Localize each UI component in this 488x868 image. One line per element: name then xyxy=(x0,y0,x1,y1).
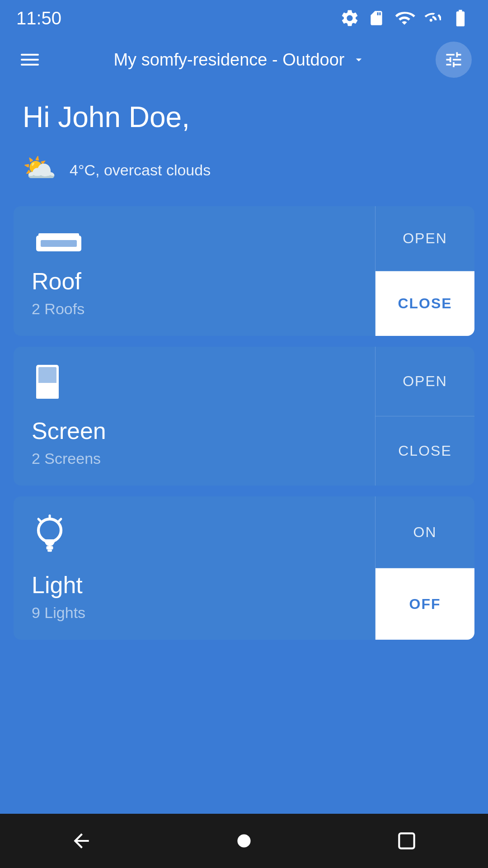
light-off-button[interactable]: OFF xyxy=(375,568,474,640)
back-icon xyxy=(70,830,93,852)
light-card: Light 9 Lights ON OFF xyxy=(14,496,474,640)
recents-button[interactable] xyxy=(386,821,427,861)
recents-icon xyxy=(395,830,418,852)
back-button[interactable] xyxy=(61,821,102,861)
home-icon xyxy=(233,830,255,852)
home-button[interactable] xyxy=(224,821,264,861)
light-icon-wrap xyxy=(32,514,357,561)
roof-count: 2 Roofs xyxy=(32,300,357,318)
header-title: My somfy-residence - Outdoor xyxy=(113,50,344,70)
svg-rect-8 xyxy=(47,550,52,552)
svg-rect-2 xyxy=(38,233,79,238)
header: My somfy-residence - Outdoor xyxy=(0,33,488,87)
signal-icon xyxy=(424,8,441,28)
svg-point-6 xyxy=(38,519,61,542)
screen-icon xyxy=(32,365,63,406)
settings-status-icon xyxy=(340,8,360,28)
status-time: 11:50 xyxy=(16,8,61,28)
svg-line-11 xyxy=(59,519,61,521)
svg-rect-5 xyxy=(36,383,59,399)
battery-icon xyxy=(449,8,472,28)
main-content: Roof 2 Roofs OPEN CLOSE Screen 2 Screens… xyxy=(0,206,488,814)
roof-name: Roof xyxy=(32,268,357,295)
roof-card: Roof 2 Roofs OPEN CLOSE xyxy=(14,206,474,336)
sdcard-icon xyxy=(368,8,385,28)
screen-name: Screen xyxy=(32,417,357,444)
chevron-down-icon[interactable] xyxy=(352,53,366,66)
screen-count: 2 Screens xyxy=(32,450,357,467)
light-on-button[interactable]: ON xyxy=(375,496,474,568)
hamburger-line xyxy=(21,54,39,56)
screen-open-button[interactable]: OPEN xyxy=(375,347,474,416)
svg-rect-13 xyxy=(399,833,414,848)
svg-line-10 xyxy=(38,519,41,521)
roof-icon xyxy=(32,224,86,256)
svg-rect-1 xyxy=(41,240,77,247)
screen-close-button[interactable]: CLOSE xyxy=(375,416,474,486)
light-device-info: Light 9 Lights xyxy=(14,496,375,640)
light-actions: ON OFF xyxy=(375,496,474,640)
weather-section: 4°C, overcast clouds xyxy=(0,143,488,206)
light-icon xyxy=(32,514,68,560)
svg-point-12 xyxy=(237,834,250,847)
menu-button[interactable] xyxy=(16,49,43,70)
light-name: Light xyxy=(32,571,357,599)
status-bar: 11:50 xyxy=(0,0,488,33)
roof-device-info: Roof 2 Roofs xyxy=(14,206,375,336)
greeting-text: Hi John Doe, xyxy=(23,101,190,133)
hamburger-line xyxy=(21,64,39,66)
roof-actions: OPEN CLOSE xyxy=(375,206,474,336)
weather-icon xyxy=(23,152,59,188)
navigation-bar xyxy=(0,814,488,868)
hamburger-line xyxy=(21,59,39,61)
header-title-container: My somfy-residence - Outdoor xyxy=(52,50,427,70)
screen-icon-wrap xyxy=(32,365,357,407)
status-icons xyxy=(340,8,472,28)
roof-icon-wrap xyxy=(32,224,357,258)
filter-button[interactable] xyxy=(436,42,472,78)
svg-rect-7 xyxy=(47,546,53,550)
screen-card: Screen 2 Screens OPEN CLOSE xyxy=(14,347,474,486)
weather-text: 4°C, overcast clouds xyxy=(70,161,211,179)
roof-open-button[interactable]: OPEN xyxy=(375,206,474,271)
greeting-section: Hi John Doe, xyxy=(0,87,488,143)
light-count: 9 Lights xyxy=(32,604,357,622)
wifi-icon xyxy=(393,8,416,28)
sliders-icon xyxy=(444,50,464,70)
screen-actions: OPEN CLOSE xyxy=(375,347,474,486)
screen-device-info: Screen 2 Screens xyxy=(14,347,375,486)
roof-close-button[interactable]: CLOSE xyxy=(375,271,474,336)
